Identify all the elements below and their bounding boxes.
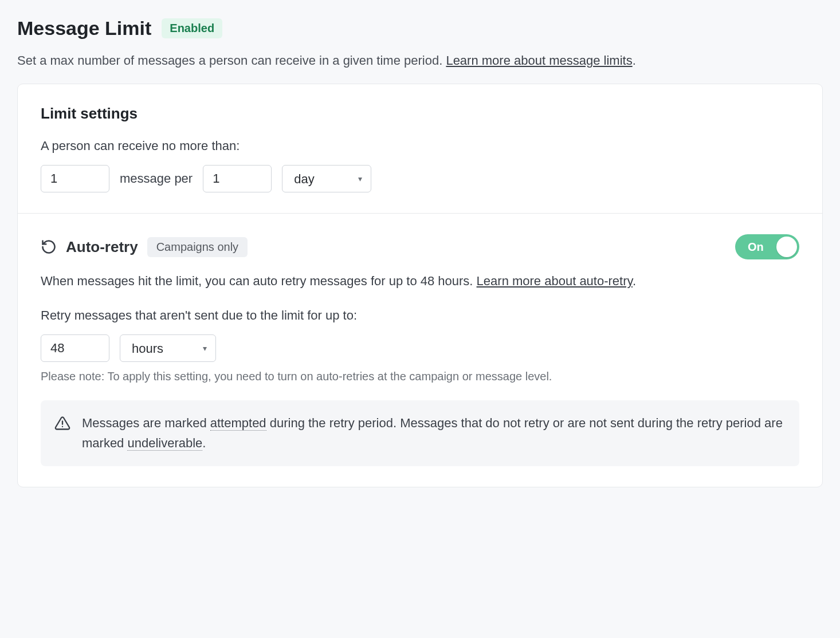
auto-retry-desc-prefix: When messages hit the limit, you can aut… — [41, 274, 477, 288]
message-count-input[interactable] — [41, 165, 109, 192]
auto-retry-desc-suffix: . — [633, 274, 636, 288]
auto-retry-section: Auto-retry Campaigns only On When messag… — [18, 213, 822, 487]
toggle-knob — [776, 237, 797, 257]
page-description: Set a max number of messages a person ca… — [17, 51, 823, 70]
auto-retry-title: Auto-retry — [66, 238, 138, 256]
attempted-term: attempted — [210, 416, 266, 431]
toggle-state-label: On — [748, 241, 764, 254]
page-description-suffix: . — [633, 53, 636, 68]
status-badge-enabled: Enabled — [162, 18, 222, 38]
limit-settings-section: Limit settings A person can receive no m… — [18, 84, 822, 213]
period-count-input[interactable] — [203, 165, 272, 192]
retry-icon — [41, 239, 57, 255]
retry-note: Please note: To apply this setting, you … — [41, 370, 799, 383]
auto-retry-toggle[interactable]: On — [735, 234, 799, 259]
message-per-label: message per — [120, 171, 193, 186]
scope-badge: Campaigns only — [147, 237, 248, 257]
alert-text-1: Messages are marked — [82, 416, 210, 430]
limit-settings-title: Limit settings — [41, 105, 799, 123]
retry-value-input[interactable] — [41, 334, 109, 362]
learn-more-auto-retry-link[interactable]: Learn more about auto-retry — [477, 274, 633, 288]
retry-unit-select[interactable]: hours — [120, 334, 216, 362]
period-unit-select[interactable]: day — [282, 165, 371, 192]
settings-card: Limit settings A person can receive no m… — [17, 84, 823, 487]
retry-label: Retry messages that aren't sent due to t… — [41, 308, 799, 323]
page-title: Message Limit — [17, 17, 151, 40]
limit-intro-text: A person can receive no more than: — [41, 139, 799, 153]
alert-text-3: . — [202, 436, 206, 450]
learn-more-message-limits-link[interactable]: Learn more about message limits — [446, 53, 632, 68]
warning-icon — [54, 413, 70, 431]
auto-retry-description: When messages hit the limit, you can aut… — [41, 271, 799, 291]
undeliverable-term: undeliverable — [127, 436, 202, 451]
alert-text: Messages are marked attempted during the… — [82, 413, 786, 453]
page-description-text: Set a max number of messages a person ca… — [17, 53, 446, 68]
info-alert: Messages are marked attempted during the… — [41, 400, 799, 466]
